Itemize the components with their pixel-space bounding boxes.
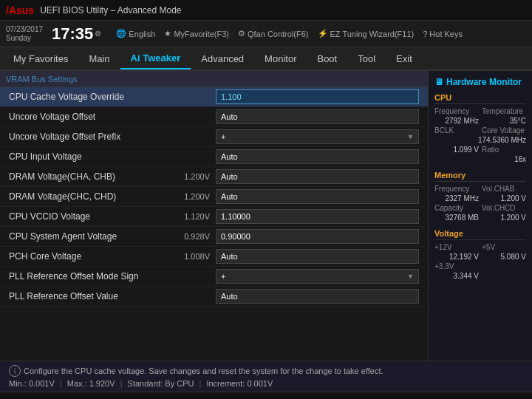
settings-icon[interactable]: ⚙ [95,30,101,38]
sidebar-label: +3.3V [434,262,479,270]
row-value-input[interactable]: 1.100 [216,89,419,104]
time-display: 17:35 [52,26,93,42]
sidebar-voltage-section: Voltage +12V +5V 12.192 V 5.080 V +3.3V … [434,229,526,280]
window-title: UEFI BIOS Utility – Advanced Mode [40,5,181,16]
asus-logo: /Asus [6,4,34,16]
row-label: DRAM Voltage(CHC, CHD) [9,191,171,202]
sidebar-label: +5V [482,243,526,251]
param-max: Max.: 1.920V [67,379,115,388]
params-line: Min.: 0.001V | Max.: 1.920V | Standard: … [9,379,523,388]
row-label: DRAM Voltage(CHA, CHB) [9,171,171,182]
sidebar-label: Temperature [482,107,526,115]
row-value-input[interactable]: Auto [216,169,419,184]
param-standard: Standard: By CPU [128,379,194,388]
footer: Version 2.17.1246. Copyright (C) 2017 Am… [0,392,532,399]
row-current-val: 1.200V [171,192,216,201]
monitor-icon: 🖥 [434,77,443,87]
info-icon: i [9,365,21,377]
myfavorite-link[interactable]: ★ MyFavorite(F3) [164,29,229,38]
table-row[interactable]: Uncore Voltage Offset Prefix + [0,127,428,147]
sidebar-memory-grid: Frequency Vol.CHAB 2327 MHz 1.200 V Capa… [434,185,526,222]
main-layout: VRAM Bus Settings CPU Cache Voltage Over… [0,71,532,361]
tab-exit[interactable]: Exit [386,47,423,69]
info-links: 🌐 English ★ MyFavorite(F3) ⚙ Qfan Contro… [116,29,463,38]
date-display: 07/23/2017 [6,25,43,34]
language-link[interactable]: 🌐 English [116,29,155,38]
row-value-input[interactable]: Auto [216,249,419,264]
sidebar-value: 2327 MHz [434,194,479,202]
param-min: Min.: 0.001V [9,379,55,388]
row-value-input[interactable]: 1.10000 [216,209,419,224]
table-row[interactable]: DRAM Voltage(CHC, CHD) 1.200V Auto [0,187,428,207]
row-current-val: 0.928V [171,232,216,241]
top-bar: /Asus UEFI BIOS Utility – Advanced Mode [0,0,532,21]
row-label: Uncore Voltage Offset Prefix [9,132,171,142]
row-label: CPU Input Voltage [9,151,171,162]
sidebar-label: Capacity [434,204,479,212]
table-row[interactable]: CPU VCCIO Voltage 1.120V 1.10000 [0,207,428,227]
sidebar-voltage-grid: +12V +5V 12.192 V 5.080 V +3.3V 3.344 V [434,243,526,280]
tab-boot[interactable]: Boot [307,47,347,69]
table-row[interactable]: PLL Reference Offset Value Auto [0,287,428,307]
row-label: PCH Core Voltage [9,251,171,262]
sidebar-value: 12.192 V [434,253,479,261]
sidebar-cpu-grid: Frequency Temperature 2792 MHz 35°C BCLK… [434,107,526,163]
row-value-input[interactable]: 0.90000 [216,229,419,244]
row-current-val: 1.008V [171,252,216,261]
table-row[interactable]: CPU Cache Voltage Override 1.100 [0,87,428,107]
content-area: VRAM Bus Settings CPU Cache Voltage Over… [0,71,429,361]
row-value-input[interactable]: Auto [216,109,419,124]
tab-monitor[interactable]: Monitor [254,47,307,69]
table-row[interactable]: PLL Reference Offset Mode Sign + [0,267,428,287]
info-bar: 07/23/2017 Sunday 17:35 ⚙ 🌐 English ★ My… [0,21,532,47]
row-label: CPU VCCIO Voltage [9,211,171,222]
nav-bar: My Favorites Main Ai Tweaker Advanced Mo… [0,47,532,71]
tab-tool[interactable]: Tool [347,47,386,69]
sidebar-value: 1.099 V [434,146,479,154]
row-value-dropdown[interactable]: + [216,269,419,284]
row-label: CPU System Agent Voltage [9,231,171,242]
sidebar-voltage-title: Voltage [434,229,526,240]
sidebar-value: 32768 MB [434,214,479,222]
table-row[interactable]: DRAM Voltage(CHA, CHB) 1.200V Auto [0,167,428,187]
table-row[interactable]: CPU Input Voltage Auto [0,147,428,167]
sidebar-cpu-title: CPU [434,93,526,104]
sidebar-value: 1.200 V [482,194,526,202]
param-increment: Increment: 0.001V [206,379,273,388]
qfan-link[interactable]: ⚙ Qfan Control(F6) [238,29,309,38]
info-description-line: i Configure the CPU cache voltage. Save … [9,365,523,377]
row-label: PLL Reference Offset Value [9,291,171,301]
row-value-input[interactable]: Auto [216,149,419,164]
row-label: Uncore Voltage Offset [9,112,171,122]
sidebar-value: 3.344 V [434,272,479,280]
row-current-val: 1.120V [171,212,216,221]
section-header: VRAM Bus Settings [0,71,428,87]
row-value-dropdown[interactable]: + [216,129,419,144]
table-row[interactable]: Uncore Voltage Offset Auto [0,107,428,127]
eztuning-link[interactable]: ⚡ EZ Tuning Wizard(F11) [318,29,415,38]
tab-main[interactable]: Main [78,47,120,69]
table-row[interactable]: PCH Core Voltage 1.008V Auto [0,247,428,267]
sidebar-label: Core Voltage [482,126,526,134]
row-label: PLL Reference Offset Mode Sign [9,271,171,282]
sidebar-value: 16x [482,155,526,163]
info-description: Configure the CPU cache voltage. Save ch… [24,366,383,375]
sidebar-memory-title: Memory [434,171,526,182]
day-display: Sunday [6,34,43,43]
sidebar-label: Vol.CHCD [482,204,526,212]
sidebar-label: BCLK [434,126,479,134]
sidebar-memory-section: Memory Frequency Vol.CHAB 2327 MHz 1.200… [434,171,526,222]
row-value-input[interactable]: Auto [216,189,419,204]
row-value-input[interactable]: Auto [216,289,419,304]
tab-ai-tweaker[interactable]: Ai Tweaker [120,47,191,69]
sidebar-title: 🖥 Hardware Monitor [434,77,526,87]
hotkeys-link[interactable]: ? Hot Keys [423,29,463,38]
sidebar-label: Vol.CHAB [482,185,526,193]
tab-my-favorites[interactable]: My Favorites [3,47,78,69]
sidebar-value: 174.5360 MHz [434,136,526,144]
tab-advanced[interactable]: Advanced [191,47,254,69]
sidebar-cpu-section: CPU Frequency Temperature 2792 MHz 35°C … [434,93,526,163]
row-current-val: 1.200V [171,172,216,181]
row-label: CPU Cache Voltage Override [9,92,171,102]
table-row[interactable]: CPU System Agent Voltage 0.928V 0.90000 [0,227,428,247]
